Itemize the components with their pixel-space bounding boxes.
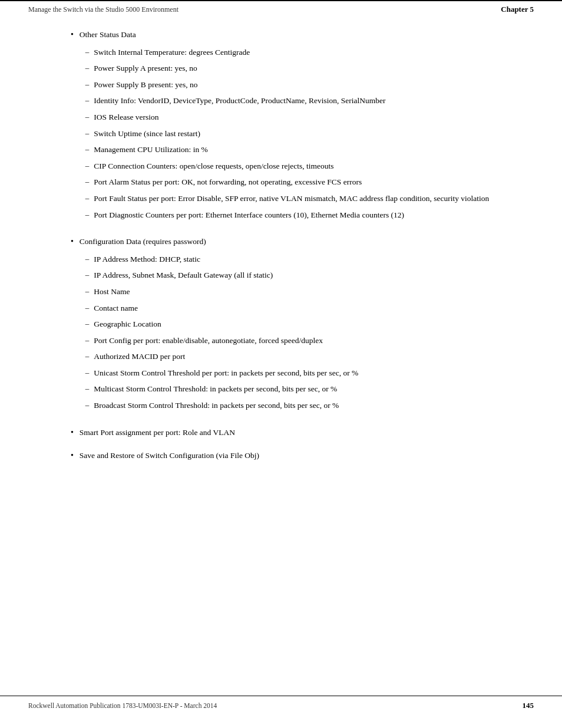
bullet-item-smart-port: ●Smart Port assignment per port: Role an…	[71, 426, 515, 439]
sub-item-text: IP Address, Subnet Mask, Default Gateway…	[94, 269, 515, 282]
sub-dash-icon: –	[85, 209, 90, 220]
sub-dash-icon: –	[85, 176, 90, 187]
sub-item-text: Port Fault Status per port: Error Disabl…	[94, 192, 515, 205]
bullet-item-configuration-data: ●Configuration Data (requires password)–…	[71, 235, 515, 416]
sub-dash-icon: –	[85, 350, 90, 362]
sub-item-text: Contact name	[94, 302, 515, 315]
sub-dash-icon: –	[85, 285, 90, 297]
sub-list-item: –Geographic Location	[85, 318, 515, 331]
sub-dash-icon: –	[85, 334, 90, 346]
sub-item-text: Identity Info: VendorID, DeviceType, Pro…	[94, 94, 515, 107]
sub-list-item: –IOS Release version	[85, 111, 515, 124]
bullet-main-text: Smart Port assignment per port: Role and…	[80, 426, 515, 439]
sub-dash-icon: –	[85, 269, 90, 281]
sub-list-item: –Contact name	[85, 302, 515, 315]
sub-list-item: –Port Alarm Status per port: OK, not for…	[85, 176, 515, 189]
bullet-dot-icon: ●	[71, 452, 74, 457]
sub-item-text: Multicast Storm Control Threshold: in pa…	[94, 383, 515, 396]
sub-list-item: –Host Name	[85, 285, 515, 298]
footer-page: 145	[523, 701, 534, 710]
sub-dash-icon: –	[85, 94, 90, 106]
sub-item-text: Port Alarm Status per port: OK, not forw…	[94, 176, 515, 189]
sub-dash-icon: –	[85, 367, 90, 378]
footer-publication: Rockwell Automation Publication 1783-UM0…	[28, 702, 217, 709]
sub-dash-icon: –	[85, 46, 90, 58]
sub-item-text: Authorized MACID per port	[94, 350, 515, 363]
sub-dash-icon: –	[85, 383, 90, 394]
sub-list-item: –Management CPU Utilization: in %	[85, 143, 515, 156]
bullet-main-text: Other Status Data	[80, 28, 515, 41]
bullet-main-text: Save and Restore of Switch Configuration…	[80, 449, 515, 462]
sub-item-text: Host Name	[94, 285, 515, 298]
sub-dash-icon: –	[85, 143, 90, 155]
sub-item-text: CIP Connection Counters: open/close requ…	[94, 160, 515, 173]
sub-list-item: –CIP Connection Counters: open/close req…	[85, 160, 515, 173]
sub-dash-icon: –	[85, 127, 90, 139]
sub-item-text: Port Config per port: enable/disable, au…	[94, 334, 515, 347]
header-chapter: Chapter 5	[501, 5, 534, 14]
sub-item-text: Port Diagnostic Counters per port: Ether…	[94, 209, 515, 222]
sub-list-item: –Multicast Storm Control Threshold: in p…	[85, 383, 515, 396]
sub-list-item: –Switch Internal Temperature: degrees Ce…	[85, 46, 515, 59]
header-title: Manage the Switch via the Studio 5000 En…	[28, 5, 178, 14]
sub-list-item: –Power Supply B present: yes, no	[85, 78, 515, 91]
bullet-dot-icon: ●	[71, 238, 74, 243]
sub-dash-icon: –	[85, 111, 90, 123]
page-header: Manage the Switch via the Studio 5000 En…	[0, 0, 562, 17]
bullet-item-other-status-data: ●Other Status Data–Switch Internal Tempe…	[71, 28, 515, 225]
bullet-dot-icon: ●	[71, 31, 74, 37]
sub-list-item: –Broadcast Storm Control Threshold: in p…	[85, 399, 515, 412]
sub-item-text: Power Supply B present: yes, no	[94, 78, 515, 91]
sub-dash-icon: –	[85, 192, 90, 204]
sub-dash-icon: –	[85, 399, 90, 411]
sub-item-text: Switch Uptime (since last restart)	[94, 127, 515, 140]
sub-dash-icon: –	[85, 62, 90, 74]
sub-dash-icon: –	[85, 160, 90, 172]
sub-list-item: –IP Address, Subnet Mask, Default Gatewa…	[85, 269, 515, 282]
sub-item-text: IOS Release version	[94, 111, 515, 124]
sub-item-text: Management CPU Utilization: in %	[94, 143, 515, 156]
sub-list-item: –Identity Info: VendorID, DeviceType, Pr…	[85, 94, 515, 107]
sub-list-item: –Port Fault Status per port: Error Disab…	[85, 192, 515, 205]
sub-dash-icon: –	[85, 253, 90, 265]
bullet-main-text: Configuration Data (requires password)	[80, 235, 515, 248]
sub-item-text: Power Supply A present: yes, no	[94, 62, 515, 75]
sub-list-item: –Port Diagnostic Counters per port: Ethe…	[85, 209, 515, 222]
sub-item-text: Broadcast Storm Control Threshold: in pa…	[94, 399, 515, 412]
sub-dash-icon: –	[85, 78, 90, 90]
main-bullet-list: ●Other Status Data–Switch Internal Tempe…	[71, 28, 515, 462]
sub-item-text: Switch Internal Temperature: degrees Cen…	[94, 46, 515, 59]
sub-list-other-status-data: –Switch Internal Temperature: degrees Ce…	[85, 46, 515, 222]
sub-dash-icon: –	[85, 302, 90, 314]
bullet-dot-icon: ●	[71, 429, 74, 434]
sub-list-item: –Authorized MACID per port	[85, 350, 515, 363]
sub-item-text: IP Address Method: DHCP, static	[94, 253, 515, 266]
main-content: ●Other Status Data–Switch Internal Tempe…	[0, 22, 562, 508]
sub-dash-icon: –	[85, 318, 90, 330]
sub-list-configuration-data: –IP Address Method: DHCP, static–IP Addr…	[85, 253, 515, 412]
sub-list-item: –IP Address Method: DHCP, static	[85, 253, 515, 266]
sub-list-item: –Port Config per port: enable/disable, a…	[85, 334, 515, 347]
page-footer: Rockwell Automation Publication 1783-UM0…	[0, 696, 562, 710]
sub-list-item: –Switch Uptime (since last restart)	[85, 127, 515, 140]
sub-item-text: Geographic Location	[94, 318, 515, 331]
bullet-item-save-restore: ●Save and Restore of Switch Configuratio…	[71, 449, 515, 462]
sub-item-text: Unicast Storm Control Threshold per port…	[94, 367, 515, 380]
sub-list-item: –Unicast Storm Control Threshold per por…	[85, 367, 515, 380]
sub-list-item: –Power Supply A present: yes, no	[85, 62, 515, 75]
